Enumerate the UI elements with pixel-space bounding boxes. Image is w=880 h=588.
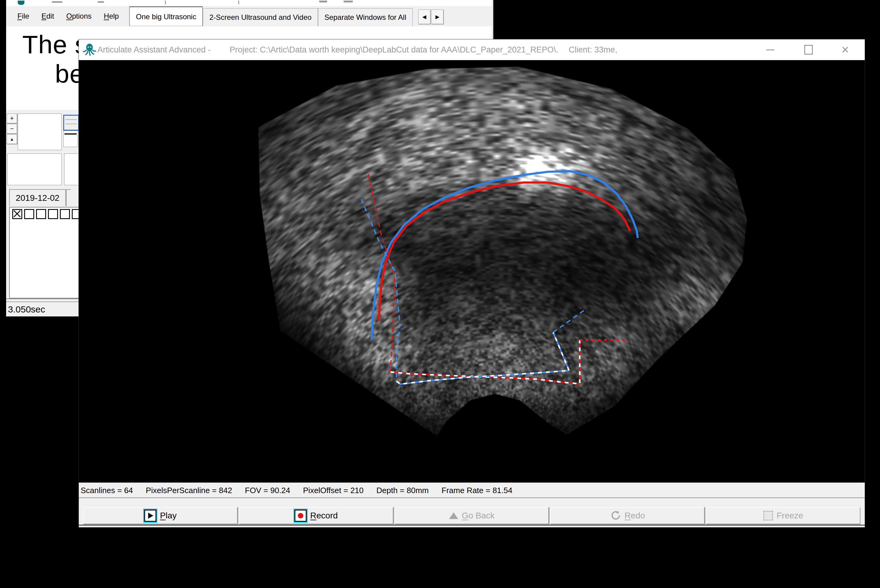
desktop: File Edit Options Help One big Ultrasoni… <box>0 0 880 588</box>
tab-scroll-right-button[interactable]: ▶ <box>431 9 444 24</box>
menu-file[interactable]: File <box>17 12 29 21</box>
go-back-button[interactable]: Go Back <box>395 507 549 525</box>
menu-help[interactable]: Help <box>104 12 119 21</box>
frame-checkbox[interactable] <box>48 209 58 219</box>
play-button[interactable]: Play <box>83 507 238 525</box>
play-icon <box>144 510 156 522</box>
menu-options[interactable]: Options <box>66 12 92 21</box>
title-project-path: Project: C:\Artic\Data worth keeping\Dee… <box>230 45 558 55</box>
freeze-button[interactable]: Freeze <box>706 507 860 525</box>
menubar: File Edit Options Help One big Ultrasoni… <box>6 6 493 26</box>
ultrasound-display[interactable] <box>79 60 865 482</box>
clipped-toolbar <box>6 0 493 6</box>
menu-edit[interactable]: Edit <box>42 12 54 21</box>
tool-button[interactable] <box>63 130 78 147</box>
next-tab-stub[interactable] <box>66 189 71 206</box>
recording-date-tab[interactable]: 2019-12-02 <box>9 189 66 206</box>
record-icon <box>295 510 307 522</box>
toolbar-remnant <box>165 1 166 4</box>
toolbar-gap <box>79 498 865 508</box>
fiducial-blue-diag[interactable] <box>553 309 586 332</box>
zoom-out-button[interactable]: − <box>7 124 17 134</box>
octopus-icon-remnant <box>18 1 24 5</box>
fiducial-red-vertical[interactable] <box>369 174 394 372</box>
tab-2screen-ultrasound-video[interactable]: 2-Screen Ultrasound and Video <box>203 8 318 26</box>
tab-separate-windows[interactable]: Separate Windows for All <box>318 8 413 26</box>
prompt-line-1: The s <box>22 30 88 60</box>
go-back-icon <box>449 512 458 519</box>
freeze-icon <box>763 511 773 520</box>
toolbar-remnant <box>344 1 353 3</box>
tab-scroll-left-button[interactable]: ◀ <box>418 9 430 24</box>
layout-tabs: One big Ultrasonic 2-Screen Ultrasound a… <box>129 7 444 26</box>
minimize-icon <box>766 50 774 50</box>
fiducial-red-bottom[interactable] <box>390 340 580 384</box>
window-title: Articulate Assistant Advanced - Project:… <box>98 39 617 60</box>
status-depth: Depth = 80mm <box>376 486 429 495</box>
scroll-up-button[interactable]: ▲ <box>7 134 17 144</box>
frame-checkbox[interactable] <box>12 209 22 219</box>
close-button[interactable]: × <box>835 39 855 60</box>
status-pixel-offset: PixelOffset = 210 <box>303 486 364 495</box>
toolbar-remnant <box>52 1 62 3</box>
close-icon: × <box>841 44 849 56</box>
spline-overlay <box>79 60 865 482</box>
status-fov: FOV = 90.24 <box>245 486 290 495</box>
toolbar-remnant <box>238 1 239 4</box>
time-value: 3.050sec <box>8 304 45 315</box>
tab-one-big-ultrasonic[interactable]: One big Ultrasonic <box>129 6 203 26</box>
redo-icon <box>610 510 621 521</box>
status-pixels-per-scanline: PixelsPerScanline = 842 <box>146 486 232 495</box>
maximize-button[interactable] <box>799 39 818 60</box>
record-button[interactable]: Record <box>239 507 393 525</box>
status-frame-rate: Frame Rate = 81.54 <box>442 486 513 495</box>
statusbar: Scanlines = 64 PixelsPerScanline = 842 F… <box>79 482 865 498</box>
toolbar-remnant <box>98 1 104 3</box>
aaa-ultrasound-window: Articulate Assistant Advanced - Project:… <box>78 39 865 528</box>
maximize-icon <box>804 45 813 55</box>
title-app-name: Articulate Assistant Advanced - <box>98 45 211 55</box>
zoom-in-button[interactable]: + <box>7 114 17 123</box>
frame-checkbox[interactable] <box>24 209 34 219</box>
frame-checkbox[interactable] <box>36 209 46 219</box>
status-scanlines: Scanlines = 64 <box>81 486 133 495</box>
titlebar[interactable]: Articulate Assistant Advanced - Project:… <box>79 39 865 60</box>
spectrogram-panel[interactable] <box>8 153 62 185</box>
transport-buttons: Play Record Go Back Redo <box>79 507 865 526</box>
frame-checkbox[interactable] <box>60 209 70 219</box>
tongue-contour-red[interactable] <box>379 183 630 321</box>
toolbar-remnant <box>319 1 327 3</box>
focused-tool-button[interactable] <box>63 115 79 130</box>
octopus-app-icon <box>83 43 96 57</box>
title-client: Client: 33me, <box>569 45 617 55</box>
redo-button[interactable]: Redo <box>550 507 705 525</box>
waveform-panel[interactable] <box>18 114 62 150</box>
minimize-button[interactable] <box>761 39 780 60</box>
